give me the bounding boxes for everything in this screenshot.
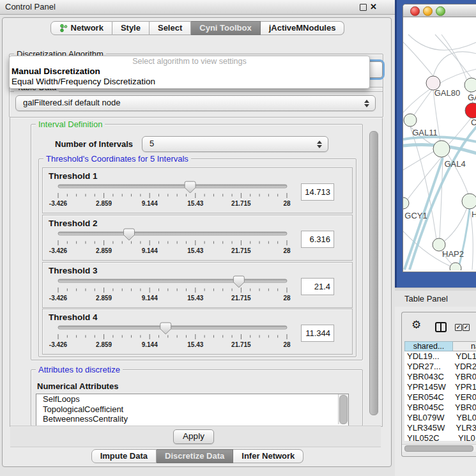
tab-style[interactable]: Style	[112, 21, 150, 35]
table-header-shared-name[interactable]: shared...	[404, 341, 453, 351]
attribute-item-selfloops[interactable]: SelfLoops	[36, 394, 348, 404]
network-window-titlebar[interactable]	[403, 4, 476, 17]
network-node-label: C	[471, 118, 476, 127]
threshold-panel-1: Threshold 1-3.4262.8599.14415.4321.71528	[42, 167, 353, 213]
svg-text:28: 28	[283, 247, 291, 254]
svg-text:9.144: 9.144	[142, 200, 158, 207]
tab-infer-network[interactable]: Infer Network	[233, 449, 303, 463]
table-panel-window: ⚙ ✓ ✓ shared... na YDL19...YDL1YDR27...Y…	[401, 312, 476, 457]
network-node-label: GAL4	[444, 159, 465, 169]
threshold-value-field[interactable]	[301, 278, 334, 295]
dropdown-option-equal-width-frequency-discretization[interactable]: Equal Width/Frequency Discretization	[10, 77, 369, 87]
tab-network[interactable]: Network	[50, 21, 112, 35]
zoom-traffic-light-icon[interactable]	[436, 6, 445, 16]
table-row[interactable]: YBR045CYBR0	[404, 403, 476, 413]
table-data-combo[interactable]: galFiltered.sif default node	[15, 95, 376, 111]
svg-text:2.859: 2.859	[96, 341, 112, 348]
checkbox-icon[interactable]: ✓	[463, 324, 470, 331]
table-panel-title: Table Panel	[404, 291, 448, 307]
network-node-label: GA	[468, 93, 476, 102]
minimize-traffic-light-icon[interactable]	[423, 6, 433, 16]
threshold-label: Threshold 4	[49, 312, 98, 322]
cell-name: YDR2	[449, 362, 476, 372]
svg-text:28: 28	[283, 200, 291, 207]
cyni-mode-tab-bar: Impute DataDiscretize DataInfer Network	[0, 449, 395, 463]
tab-cyni-toolbox[interactable]: Cyni Toolbox	[191, 21, 260, 35]
svg-text:2.859: 2.859	[96, 295, 112, 302]
cell-shared-name: YDL19...	[404, 351, 450, 362]
vertical-scrollbar-thumb[interactable]	[369, 131, 378, 415]
dropdown-option-manual-discretization[interactable]: Manual Discretization	[10, 66, 369, 77]
threshold-value-field[interactable]	[301, 183, 334, 201]
tab-label: Impute Data	[100, 450, 148, 463]
network-node-ga[interactable]	[464, 78, 476, 92]
number-of-intervals-label: Number of Intervals	[55, 139, 133, 149]
cell-shared-name: YBR045C	[404, 403, 450, 413]
table-row[interactable]: YER054CYER0	[404, 392, 476, 403]
attribute-item-topologicalcoefficient[interactable]: TopologicalCoefficient	[36, 404, 348, 415]
horizontal-scrollbar-thumb[interactable]	[404, 445, 473, 452]
cell-name: YDL1	[450, 351, 476, 362]
tab-impute-data[interactable]: Impute Data	[91, 449, 157, 463]
cell-name: YER0	[450, 392, 476, 403]
svg-text:-3.426: -3.426	[49, 295, 68, 302]
control-panel-titlebar: Control Panel ✕	[0, 0, 395, 15]
svg-text:21.715: 21.715	[231, 247, 251, 254]
tab-select[interactable]: Select	[150, 21, 191, 35]
tab-jactivemnodules[interactable]: jActiveMNodules	[261, 21, 345, 35]
svg-text:15.43: 15.43	[187, 341, 203, 348]
threshold-value-field[interactable]	[301, 231, 334, 248]
table-row[interactable]: YBR043CYBR0	[404, 372, 476, 382]
table-body[interactable]: YDL19...YDL1YDR27...YDR2YBR043CYBR0YPR14…	[404, 351, 476, 441]
table-row[interactable]: YLR345WYLR3	[404, 423, 476, 433]
slider-thumb[interactable]	[185, 181, 196, 193]
threshold-value-field[interactable]	[301, 325, 334, 342]
combo-stepper-icon	[317, 140, 323, 149]
split-columns-icon[interactable]	[435, 322, 447, 332]
numerical-attributes-list[interactable]: SelfLoopsTopologicalCoefficientBetweenne…	[36, 394, 349, 426]
table-row[interactable]: YBL079WYBL0	[404, 413, 476, 423]
numerical-attributes-label: Numerical Attributes	[37, 381, 118, 391]
table-row[interactable]: YIL052CYIL0	[404, 433, 476, 441]
svg-text:21.715: 21.715	[231, 200, 251, 207]
list-scrollbar-thumb[interactable]	[339, 395, 348, 424]
network-canvas[interactable]: GAL80GACGAL11GAL4GCY1HHAP2	[403, 17, 476, 270]
network-node-label: HAP2	[442, 249, 464, 259]
svg-text:28: 28	[283, 341, 291, 348]
table-row[interactable]: YDL19...YDL1	[404, 351, 476, 362]
tab-label: jActiveMNodules	[269, 22, 336, 35]
threshold-slider[interactable]: -3.4262.8599.14415.4321.71528	[44, 181, 300, 208]
table-row[interactable]: YDR27...YDR2	[404, 362, 476, 372]
table-header-name[interactable]: na	[453, 341, 476, 351]
slider-thumb[interactable]	[123, 229, 134, 240]
number-of-intervals-combo[interactable]: 5	[142, 136, 328, 152]
svg-text:15.43: 15.43	[187, 247, 203, 254]
cell-name: YBR0	[450, 403, 476, 413]
slider-thumb[interactable]	[160, 323, 171, 334]
threshold-slider[interactable]: -3.4262.8599.14415.4321.71528	[44, 275, 300, 302]
attribute-item-betweennesscentrality[interactable]: BetweennessCentrality	[36, 414, 348, 424]
cell-shared-name: YIL052C	[404, 433, 453, 441]
threshold-panel-4: Threshold 4-3.4262.8599.14415.4321.71528	[42, 309, 353, 355]
float-window-icon[interactable]	[360, 4, 367, 11]
network-node-h[interactable]	[462, 194, 476, 209]
network-node-c[interactable]	[465, 103, 476, 118]
close-traffic-light-icon[interactable]	[410, 6, 420, 16]
tab-label: Network	[71, 22, 104, 35]
table-row[interactable]: YPR145WYPR1	[404, 382, 476, 392]
threshold-slider[interactable]: -3.4262.8599.14415.4321.71528	[44, 322, 300, 349]
threshold-slider[interactable]: -3.4262.8599.14415.4321.71528	[44, 228, 300, 255]
attributes-group-title: Attributes to discretize	[36, 365, 123, 374]
network-node-gal4[interactable]	[433, 141, 450, 157]
gear-icon[interactable]: ⚙	[411, 319, 421, 330]
close-icon[interactable]: ✕	[370, 2, 377, 12]
network-node-gal11[interactable]	[404, 114, 417, 127]
checkbox-icon[interactable]: ✓	[455, 324, 462, 331]
cell-shared-name: YLR345W	[404, 423, 450, 433]
svg-text:15.43: 15.43	[187, 200, 203, 207]
apply-button[interactable]: Apply	[173, 429, 214, 444]
slider-thumb[interactable]	[233, 276, 244, 288]
combo-stepper-icon	[364, 99, 370, 108]
tab-label: Discretize Data	[165, 450, 224, 463]
tab-discretize-data[interactable]: Discretize Data	[157, 449, 233, 463]
